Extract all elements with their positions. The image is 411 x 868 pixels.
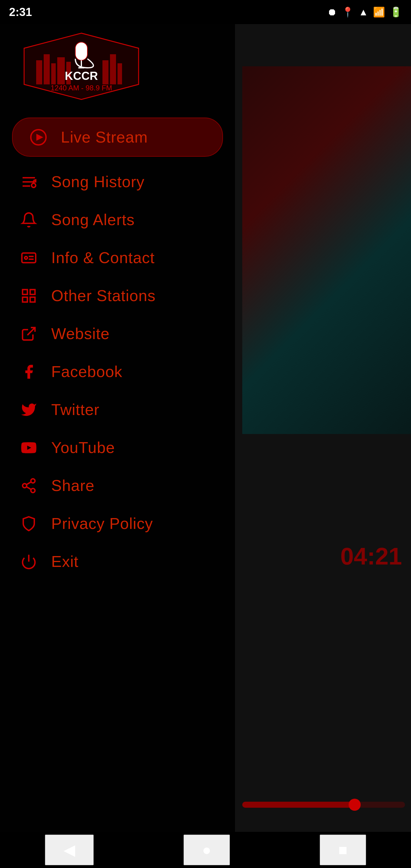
privacy-policy-label: Privacy Policy	[51, 515, 153, 532]
kccr-logo: KCCR 1240 AM - 98.9 FM	[18, 30, 145, 102]
grid-icon	[18, 285, 39, 306]
live-stream-label: Live Stream	[61, 128, 148, 146]
menu-list: Live Stream Song History	[0, 118, 235, 581]
svg-point-22	[24, 256, 27, 259]
svg-rect-25	[22, 289, 27, 294]
share-label: Share	[51, 476, 95, 495]
back-button[interactable]: ◀	[45, 835, 94, 865]
menu-item-privacy-policy[interactable]: Privacy Policy	[6, 504, 229, 542]
svg-point-31	[31, 478, 35, 483]
battery-icon: 🔋	[390, 6, 402, 18]
facebook-label: Facebook	[51, 363, 122, 381]
svg-rect-28	[30, 297, 35, 302]
power-icon	[18, 551, 39, 572]
menu-item-other-stations[interactable]: Other Stations	[6, 277, 229, 315]
id-card-icon	[18, 247, 39, 268]
youtube-icon	[18, 437, 39, 458]
svg-point-32	[22, 484, 27, 488]
share-icon	[18, 475, 39, 496]
svg-rect-27	[22, 297, 27, 302]
bell-icon	[18, 209, 39, 230]
facebook-icon	[18, 361, 39, 382]
external-link-icon	[18, 323, 39, 344]
shield-icon	[18, 513, 39, 534]
progress-container	[242, 802, 405, 808]
svg-rect-2	[44, 54, 50, 84]
menu-item-share[interactable]: Share	[6, 467, 229, 504]
svg-point-19	[31, 183, 36, 187]
status-bar: 2:31 ⏺ 📍 ▲ 📶 🔋	[0, 0, 411, 24]
exit-label: Exit	[51, 553, 78, 570]
svg-text:1240 AM - 98.9 FM: 1240 AM - 98.9 FM	[51, 84, 112, 92]
svg-text:KCCR: KCCR	[65, 70, 98, 82]
menu-item-twitter[interactable]: Twitter	[6, 391, 229, 429]
progress-dot	[349, 799, 361, 811]
bottom-navigation: ◀ ● ■	[0, 832, 411, 868]
menu-item-facebook[interactable]: Facebook	[6, 352, 229, 391]
location-icon: 📍	[342, 6, 354, 18]
song-history-label: Song History	[51, 173, 145, 191]
svg-rect-1	[36, 60, 42, 84]
website-label: Website	[51, 324, 110, 343]
recent-button[interactable]: ■	[320, 835, 366, 865]
menu-item-website[interactable]: Website	[6, 315, 229, 352]
menu-item-live-stream[interactable]: Live Stream	[12, 118, 223, 157]
wifi-icon: ▲	[358, 7, 368, 18]
background-image	[242, 66, 411, 434]
menu-item-song-history[interactable]: Song History	[6, 163, 229, 201]
svg-line-34	[26, 487, 31, 489]
twitter-icon	[18, 399, 39, 420]
status-icons: ⏺ 📍 ▲ 📶 🔋	[327, 6, 402, 18]
svg-rect-8	[118, 63, 122, 84]
player-time: 04:21	[340, 542, 402, 570]
signal-icon: 📶	[373, 6, 385, 18]
song-alerts-label: Song Alerts	[51, 211, 135, 229]
menu-item-song-alerts[interactable]: Song Alerts	[6, 201, 229, 239]
svg-rect-7	[110, 54, 116, 84]
logo-container: KCCR 1240 AM - 98.9 FM	[18, 30, 145, 102]
play-circle-icon	[28, 127, 49, 148]
progress-bar	[242, 802, 356, 808]
svg-rect-6	[102, 60, 108, 84]
info-contact-label: Info & Contact	[51, 249, 155, 267]
status-time: 2:31	[9, 6, 32, 19]
svg-line-29	[27, 327, 35, 335]
menu-item-youtube[interactable]: YouTube	[6, 429, 229, 467]
menu-item-info-contact[interactable]: Info & Contact	[6, 239, 229, 277]
navigation-drawer: KCCR 1240 AM - 98.9 FM Live Stream	[0, 0, 235, 868]
other-stations-label: Other Stations	[51, 287, 156, 305]
svg-rect-4	[57, 57, 65, 84]
menu-item-exit[interactable]: Exit	[6, 542, 229, 581]
svg-rect-9	[75, 42, 87, 60]
twitter-label: Twitter	[51, 401, 99, 418]
svg-rect-3	[51, 63, 56, 84]
svg-point-33	[31, 488, 35, 493]
youtube-label: YouTube	[51, 438, 115, 457]
svg-rect-26	[30, 289, 35, 294]
record-icon: ⏺	[327, 7, 337, 18]
home-button[interactable]: ●	[184, 835, 230, 865]
music-list-icon	[18, 171, 39, 192]
svg-marker-15	[36, 134, 43, 141]
svg-line-35	[26, 482, 31, 484]
